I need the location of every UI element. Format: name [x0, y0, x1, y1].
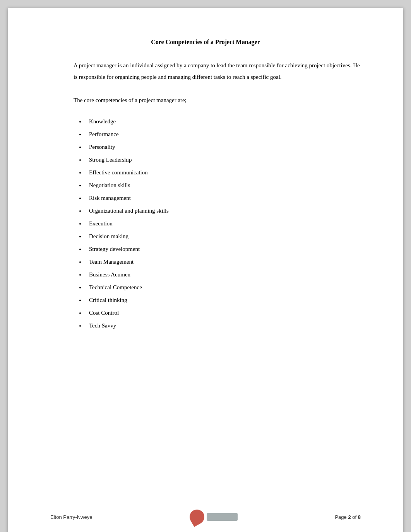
- list-item: Technical Competence: [85, 281, 361, 294]
- intro-paragraph-2: The core competencies of a project manag…: [74, 94, 361, 106]
- list-item: Performance: [85, 128, 361, 141]
- document-page: Core Competencies of a Project Manager A…: [8, 8, 403, 532]
- list-item: Strategy development: [85, 243, 361, 256]
- footer-page-of: of: [352, 514, 356, 520]
- logo-text-icon: [207, 513, 238, 521]
- list-item: Personality: [85, 141, 361, 153]
- intro-paragraph-1: A project manager is an individual assig…: [74, 60, 361, 83]
- footer-page-label: Page: [335, 514, 346, 520]
- footer-author: Elton Parry-Nweye: [50, 514, 92, 520]
- footer-page-total: 8: [358, 514, 361, 520]
- list-item: Negotiation skills: [85, 179, 361, 192]
- competencies-list: KnowledgePerformancePersonalityStrong Le…: [50, 115, 361, 332]
- list-item: Effective communication: [85, 166, 361, 179]
- footer-page-current: 2: [348, 514, 351, 520]
- list-item: Tech Savvy: [85, 319, 361, 332]
- list-item: Knowledge: [85, 115, 361, 128]
- page-title: Core Competencies of a Project Manager: [50, 39, 361, 46]
- list-item: Team Management: [85, 256, 361, 268]
- list-item: Strong Leadership: [85, 153, 361, 166]
- list-item: Decision making: [85, 230, 361, 243]
- logo-shape-icon: [187, 507, 207, 527]
- list-item: Business Acumen: [85, 268, 361, 281]
- footer-page-info: Page 2 of 8: [335, 514, 361, 520]
- list-item: Organizational and planning skills: [85, 205, 361, 217]
- list-item: Cost Control: [85, 307, 361, 319]
- footer-logo: [190, 510, 238, 524]
- page-footer: Elton Parry-Nweye Page 2 of 8: [50, 510, 361, 524]
- list-item: Risk management: [85, 192, 361, 205]
- list-item: Execution: [85, 217, 361, 230]
- list-item: Critical thinking: [85, 294, 361, 307]
